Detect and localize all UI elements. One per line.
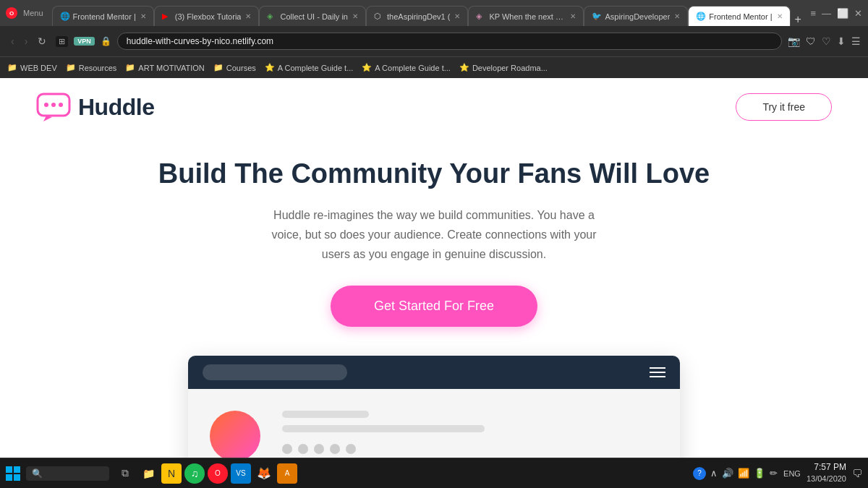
menu-icon[interactable]: ☰ xyxy=(851,35,861,47)
tab-label-4: theAspiringDev1 ( xyxy=(387,12,450,21)
tb-minimize-icon[interactable]: — xyxy=(822,8,831,19)
menu-label[interactable]: Menu xyxy=(23,9,43,17)
language-indicator: ENG xyxy=(783,469,801,478)
tabs-bar: 🌐 Frontend Mentor | ✕ ▶ (3) Flexbox Tuto… xyxy=(52,0,808,26)
bookmark-guide-2[interactable]: ⭐ A Complete Guide t... xyxy=(362,63,451,72)
tray-network-icon[interactable]: 📶 xyxy=(738,468,749,479)
tab-favicon-1: 🌐 xyxy=(60,12,70,22)
tab-favicon-3: ◈ xyxy=(267,12,277,22)
mock-browser-bar xyxy=(188,356,680,389)
tab-label-2: (3) Flexbox Tutoria xyxy=(175,12,242,21)
bookmark-label-1: WEB DEV xyxy=(20,64,57,72)
clock-time: 7:57 PM xyxy=(807,461,846,474)
bookmark-guide-1[interactable]: ⭐ A Complete Guide t... xyxy=(265,63,354,72)
bookmark-webdev[interactable]: 📁 WEB DEV xyxy=(7,63,57,72)
bookmarks-bar: 📁 WEB DEV 📁 Resources 📁 ART MOTIVATION 📁… xyxy=(0,56,868,78)
tab-favicon-2: ▶ xyxy=(162,12,172,22)
spotify-button[interactable]: ♫ xyxy=(184,463,205,484)
new-tab-button[interactable]: + xyxy=(791,13,806,26)
svg-point-1 xyxy=(44,103,48,107)
hero-title: Build The Community Your Fans Will Love xyxy=(145,158,723,191)
nav-bar: ‹ › ↻ ⊞ VPN 🔒 📷 🛡 ♡ ⬇ ☰ xyxy=(0,26,868,56)
tab-close-3[interactable]: ✕ xyxy=(352,12,358,20)
taskbar-search-input[interactable] xyxy=(46,469,103,478)
app-grid-area: ⊞ xyxy=(56,36,68,47)
taskbar-start xyxy=(6,466,20,481)
search-icon: 🔍 xyxy=(32,468,43,479)
tab-close-7[interactable]: ✕ xyxy=(777,12,783,20)
mock-avatar xyxy=(210,411,260,461)
huddle-logo-icon xyxy=(36,93,71,121)
tab-favicon-6: 🐦 xyxy=(592,12,602,22)
file-explorer-button[interactable]: 📁 xyxy=(138,463,158,484)
tab-close-6[interactable]: ✕ xyxy=(674,12,680,20)
download-icon[interactable]: ⬇ xyxy=(837,35,846,47)
taskview-button[interactable]: ⧉ xyxy=(115,463,135,484)
get-started-button[interactable]: Get Started For Free xyxy=(331,286,537,327)
notifications-icon[interactable]: 🗨 xyxy=(852,468,862,479)
bookmark-label-6: A Complete Guide t... xyxy=(375,64,451,72)
system-clock[interactable]: 7:57 PM 13/04/2020 xyxy=(807,461,846,484)
taskbar-search[interactable]: 🔍 xyxy=(26,466,109,481)
back-button[interactable]: ‹ xyxy=(7,33,18,49)
bookmark-roadmap[interactable]: ⭐ Developer Roadma... xyxy=(459,63,548,72)
tray-pen-icon[interactable]: ✏ xyxy=(770,468,778,479)
app-grid-icon: ⊞ xyxy=(59,37,65,46)
folder-icon-3: 📁 xyxy=(125,63,135,72)
firefox-button[interactable]: 🦊 xyxy=(254,463,274,484)
tab-close-4[interactable]: ✕ xyxy=(454,12,460,20)
tray-up-icon[interactable]: ∧ xyxy=(710,468,718,479)
tray-battery-icon[interactable]: 🔋 xyxy=(754,468,765,479)
site-header: Huddle Try it free xyxy=(0,78,868,136)
forward-button[interactable]: › xyxy=(21,33,32,49)
tab-close-1[interactable]: ✕ xyxy=(140,12,146,20)
tab-twitter[interactable]: 🐦 AspiringDeveloper ✕ xyxy=(584,6,688,26)
opera-taskbar-button[interactable]: O xyxy=(208,463,228,484)
bookmark-courses[interactable]: 📁 Courses xyxy=(213,63,256,72)
bookmark-resources[interactable]: 📁 Resources xyxy=(66,63,117,72)
star-icon-1: ⭐ xyxy=(265,63,275,72)
star-icon-2: ⭐ xyxy=(362,63,372,72)
nav-right-icons: 📷 🛡 ♡ ⬇ ☰ xyxy=(788,35,861,47)
tb-close-icon[interactable]: ✕ xyxy=(854,8,862,19)
mock-hamburger-icon xyxy=(650,367,665,377)
folder-icon-2: 📁 xyxy=(66,63,76,72)
address-bar[interactable] xyxy=(117,33,782,50)
tab-collectui[interactable]: ◈ Collect UI - Daily in ✕ xyxy=(259,6,366,26)
mock-dot-2 xyxy=(298,444,308,454)
vscode-button[interactable]: VS xyxy=(231,463,251,484)
screenshot-icon[interactable]: 📷 xyxy=(788,35,800,47)
tab-close-2[interactable]: ✕ xyxy=(245,12,251,20)
tab-frontend-mentor-active[interactable]: 🌐 Frontend Mentor | ✕ xyxy=(688,6,790,26)
hero-section: Build The Community Your Fans Will Love … xyxy=(0,136,868,341)
tb-customize-icon[interactable]: ≡ xyxy=(810,8,816,19)
tab-kp[interactable]: ◈ KP When the next cor ✕ xyxy=(468,6,584,26)
refresh-button[interactable]: ↻ xyxy=(34,33,50,49)
mock-dot-5 xyxy=(346,444,356,454)
mock-dots xyxy=(282,444,658,454)
tb-maximize-icon[interactable]: ⬜ xyxy=(837,8,848,19)
tray-speaker-icon[interactable]: 🔊 xyxy=(722,468,733,479)
shield-icon[interactable]: 🛡 xyxy=(806,35,816,47)
another-app-button[interactable]: A xyxy=(277,463,297,484)
system-tray: ? ∧ 🔊 📶 🔋 ✏ xyxy=(693,467,778,480)
heart-icon[interactable]: ♡ xyxy=(822,35,831,47)
start-button[interactable] xyxy=(6,466,20,481)
tab-label-7: Frontend Mentor | xyxy=(709,12,772,21)
mock-content-area xyxy=(282,403,658,454)
tab-close-5[interactable]: ✕ xyxy=(570,12,576,20)
try-free-button[interactable]: Try it free xyxy=(736,93,832,121)
mock-dot-3 xyxy=(314,444,324,454)
tab-github[interactable]: ⬡ theAspiringDev1 ( ✕ xyxy=(366,6,468,26)
tab-favicon-4: ⬡ xyxy=(374,12,384,22)
opera-logo[interactable]: O xyxy=(6,7,17,19)
tab-frontend-mentor-1[interactable]: 🌐 Frontend Mentor | ✕ xyxy=(52,6,154,26)
title-bar: O Menu 🌐 Frontend Mentor | ✕ ▶ (3) Flexb… xyxy=(0,0,868,26)
bookmark-art-motivation[interactable]: 📁 ART MOTIVATION xyxy=(125,63,204,72)
mock-address-bar xyxy=(203,364,347,380)
tray-help-icon[interactable]: ? xyxy=(693,467,706,480)
sticky-notes-button[interactable]: N xyxy=(161,463,182,484)
tab-youtube[interactable]: ▶ (3) Flexbox Tutoria ✕ xyxy=(154,6,260,26)
clock-date: 13/04/2020 xyxy=(807,474,846,484)
tab-label-6: AspiringDeveloper xyxy=(605,12,670,21)
